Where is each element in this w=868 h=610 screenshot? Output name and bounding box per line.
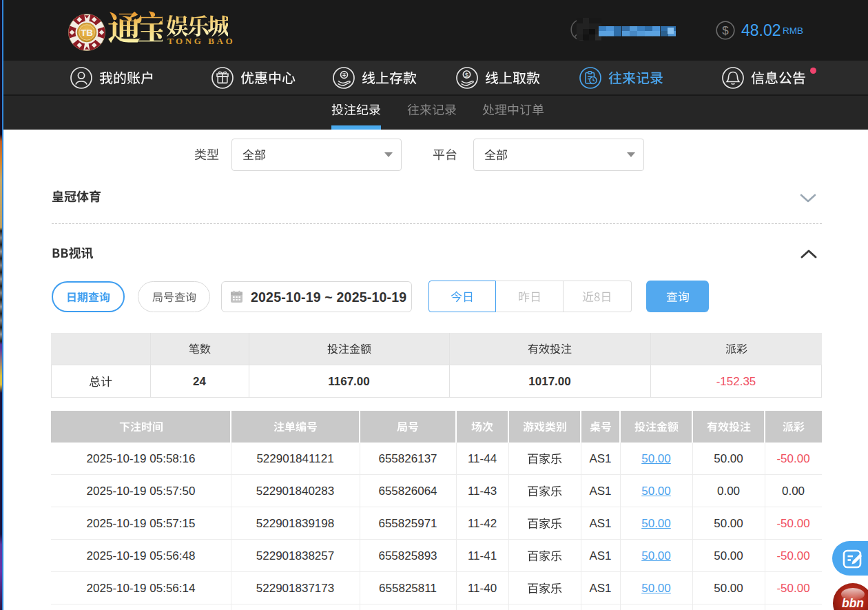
svg-text:TB: TB — [81, 28, 93, 38]
svg-text:$: $ — [465, 71, 469, 79]
svg-text:$: $ — [722, 24, 729, 37]
svg-text:bbn: bbn — [842, 596, 864, 610]
